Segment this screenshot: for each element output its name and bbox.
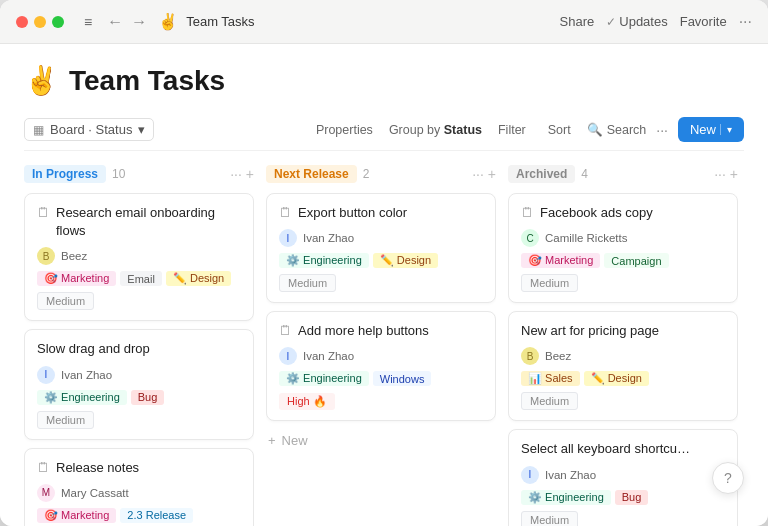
- tag[interactable]: ⚙️ Engineering: [521, 490, 611, 505]
- navigation-arrows: ← →: [104, 11, 150, 33]
- tag[interactable]: 🎯 Marketing: [521, 253, 600, 268]
- priority-badge: Medium: [521, 392, 578, 410]
- user-name: Ivan Zhao: [303, 350, 354, 362]
- task-card[interactable]: Select all keyboard shortcu…IIvan Zhao⚙️…: [508, 429, 738, 526]
- tag[interactable]: Bug: [131, 390, 165, 405]
- column-actions: ···+: [472, 166, 496, 182]
- column-count: 4: [581, 167, 588, 181]
- task-card[interactable]: 🗒Research email onboarding flowsBBeez🎯 M…: [24, 193, 254, 321]
- avatar: I: [521, 466, 539, 484]
- column-count: 2: [363, 167, 370, 181]
- doc-icon: 🗒: [521, 205, 534, 220]
- group-by-value[interactable]: Status: [444, 123, 482, 137]
- titlebar-actions: Share ✓ Updates Favorite ···: [560, 13, 752, 31]
- avatar: B: [37, 247, 55, 265]
- avatar: I: [279, 347, 297, 365]
- user-name: Ivan Zhao: [61, 369, 112, 381]
- fullscreen-button[interactable]: [52, 16, 64, 28]
- new-button-arrow: ▾: [720, 124, 732, 135]
- tag[interactable]: Campaign: [604, 253, 668, 268]
- minimize-button[interactable]: [34, 16, 46, 28]
- filter-button[interactable]: Filter: [492, 120, 532, 140]
- back-button[interactable]: ←: [104, 11, 126, 33]
- task-card[interactable]: 🗒Export button colorIIvan Zhao⚙️ Enginee…: [266, 193, 496, 303]
- plus-icon: +: [268, 433, 276, 448]
- tag[interactable]: Bug: [615, 490, 649, 505]
- tag[interactable]: ⚙️ Engineering: [279, 371, 369, 386]
- column-add-button[interactable]: +: [246, 166, 254, 182]
- card-title: Release notes: [56, 459, 139, 477]
- search-button[interactable]: 🔍 Search: [587, 122, 647, 137]
- share-button[interactable]: Share: [560, 14, 595, 29]
- group-by-label: Group by Status: [389, 123, 482, 137]
- properties-button[interactable]: Properties: [310, 120, 379, 140]
- app-window: ≡ ← → ✌️ Team Tasks Share ✓ Updates Favo…: [0, 0, 768, 526]
- task-card[interactable]: 🗒Release notesMMary Cassatt🎯 Marketing2.…: [24, 448, 254, 526]
- doc-icon: 🗒: [37, 205, 50, 220]
- toolbar-more-button[interactable]: ···: [656, 122, 668, 138]
- tag[interactable]: ✏️ Design: [166, 271, 231, 286]
- column-more-button[interactable]: ···: [714, 166, 726, 182]
- tag[interactable]: 2.3 Release: [120, 508, 193, 523]
- column-badge[interactable]: Next Release: [266, 165, 357, 183]
- tag[interactable]: 🎯 Marketing: [37, 271, 116, 286]
- avatar: B: [521, 347, 539, 365]
- tag[interactable]: Windows: [373, 371, 432, 386]
- tag[interactable]: ⚙️ Engineering: [37, 390, 127, 405]
- help-button[interactable]: ?: [712, 462, 744, 494]
- column-header-archived: Archived4···+: [508, 163, 738, 185]
- task-card[interactable]: New art for pricing pageBBeez📊 Sales✏️ D…: [508, 311, 738, 421]
- user-name: Beez: [61, 250, 87, 262]
- user-name: Ivan Zhao: [545, 469, 596, 481]
- forward-button[interactable]: →: [128, 11, 150, 33]
- more-options-button[interactable]: ···: [739, 13, 752, 31]
- priority-badge: Medium: [37, 292, 94, 310]
- tag[interactable]: ✏️ Design: [584, 371, 649, 386]
- task-card[interactable]: 🗒Add more help buttonsIIvan Zhao⚙️ Engin…: [266, 311, 496, 421]
- column-add-button[interactable]: +: [730, 166, 738, 182]
- avatar: M: [37, 484, 55, 502]
- card-title: Add more help buttons: [298, 322, 429, 340]
- priority-badge: Medium: [279, 274, 336, 292]
- column-actions: ···+: [230, 166, 254, 182]
- priority-badge: Medium: [521, 274, 578, 292]
- page-content: ✌️ Team Tasks ▦ Board · Status ▾ Propert…: [0, 44, 768, 526]
- close-button[interactable]: [16, 16, 28, 28]
- card-title: Facebook ads copy: [540, 204, 653, 222]
- add-new-button[interactable]: +New: [266, 429, 496, 452]
- user-name: Ivan Zhao: [303, 232, 354, 244]
- favorite-button[interactable]: Favorite: [680, 14, 727, 29]
- updates-button[interactable]: ✓ Updates: [606, 14, 667, 29]
- page-header: ✌️ Team Tasks: [24, 44, 744, 109]
- sort-button[interactable]: Sort: [542, 120, 577, 140]
- doc-icon: 🗒: [279, 323, 292, 338]
- column-scroll-archived: 🗒Facebook ads copyCCamille Ricketts🎯 Mar…: [508, 193, 738, 526]
- column-archived: Archived4···+🗒Facebook ads copyCCamille …: [508, 163, 738, 526]
- menu-icon[interactable]: ≡: [80, 12, 96, 32]
- tag[interactable]: 🎯 Marketing: [37, 508, 116, 523]
- search-icon: 🔍: [587, 122, 603, 137]
- column-more-button[interactable]: ···: [472, 166, 484, 182]
- priority-badge: Medium: [521, 511, 578, 526]
- board-view-selector[interactable]: ▦ Board · Status ▾: [24, 118, 154, 141]
- page-title-block: ✌️ Team Tasks: [24, 64, 744, 97]
- tag[interactable]: ⚙️ Engineering: [279, 253, 369, 268]
- toolbar: ▦ Board · Status ▾ Properties Group by S…: [24, 109, 744, 151]
- task-card[interactable]: Slow drag and dropIIvan Zhao⚙️ Engineeri…: [24, 329, 254, 439]
- titlebar: ≡ ← → ✌️ Team Tasks Share ✓ Updates Favo…: [0, 0, 768, 44]
- tag[interactable]: 📊 Sales: [521, 371, 580, 386]
- column-scroll-in-progress: 🗒Research email onboarding flowsBBeez🎯 M…: [24, 193, 254, 526]
- column-add-button[interactable]: +: [488, 166, 496, 182]
- column-badge[interactable]: Archived: [508, 165, 575, 183]
- doc-icon: 🗒: [37, 460, 50, 475]
- avatar: I: [279, 229, 297, 247]
- tag[interactable]: Email: [120, 271, 162, 286]
- column-badge[interactable]: In Progress: [24, 165, 106, 183]
- column-more-button[interactable]: ···: [230, 166, 242, 182]
- task-card[interactable]: 🗒Facebook ads copyCCamille Ricketts🎯 Mar…: [508, 193, 738, 303]
- doc-icon: 🗒: [279, 205, 292, 220]
- page-emoji: ✌️: [158, 12, 178, 31]
- tag[interactable]: ✏️ Design: [373, 253, 438, 268]
- toolbar-right: Properties Group by Status Filter Sort 🔍…: [310, 117, 744, 142]
- new-button[interactable]: New ▾: [678, 117, 744, 142]
